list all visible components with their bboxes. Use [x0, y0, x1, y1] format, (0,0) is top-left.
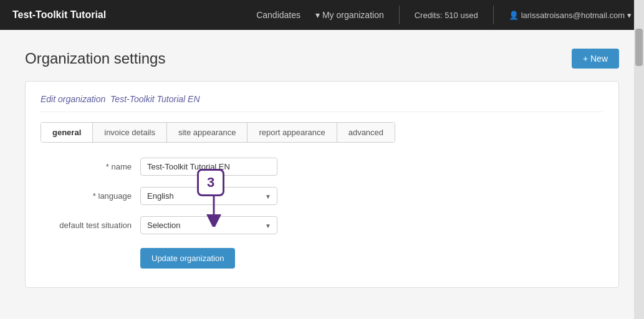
page-container: Organization settings + New 3 Edit organ… [0, 30, 644, 307]
edit-org-header: Edit organization Test-Toolkit Tutorial … [41, 94, 603, 112]
navbar-user[interactable]: 👤 larissatroisans@hotmail.com ▾ [509, 11, 632, 20]
page-header: Organization settings + New [25, 49, 619, 69]
new-button[interactable]: + New [572, 49, 619, 69]
tab-advanced[interactable]: advanced [337, 123, 395, 142]
tab-site-appearance[interactable]: site appearance [167, 123, 248, 142]
navbar-user-email: larissatroisans@hotmail.com [521, 11, 625, 20]
scrollbar[interactable] [634, 0, 644, 307]
navbar-user-chevron: ▾ [627, 11, 632, 20]
edit-organization-card: 3 Edit organization Test-Toolkit Tutoria… [25, 81, 619, 288]
default-test-label: default test situation [41, 221, 140, 230]
tab-general[interactable]: general [41, 123, 93, 142]
tab-report-appearance[interactable]: report appearance [248, 123, 337, 142]
org-name-link[interactable]: Test-Toolkit Tutorial EN [110, 94, 199, 104]
form-group-default-test: default test situation Selection Option … [41, 216, 603, 234]
user-icon: 👤 [509, 11, 519, 20]
step-number: 3 [207, 174, 214, 191]
navbar-links: Candidates ▾ My organization Credits: 51… [256, 6, 632, 24]
navbar: Test-Toolkit Tutorial Candidates ▾ My or… [0, 0, 644, 30]
step-bubble: 3 [197, 169, 224, 196]
tabs-container: general invoice details site appearance … [41, 122, 395, 143]
navbar-separator [399, 6, 400, 24]
name-label: * name [41, 162, 140, 171]
navbar-separator-2 [493, 6, 494, 24]
navbar-credits: Credits: 510 used [415, 11, 478, 20]
step-arrow [206, 196, 221, 229]
navbar-brand: Test-Toolkit Tutorial [12, 9, 238, 21]
language-label: * language [41, 191, 140, 201]
form-group-name: * name [41, 158, 603, 176]
tab-invoice-details[interactable]: invoice details [93, 123, 167, 142]
form-group-language: * language English Dutch French German [41, 187, 603, 205]
navbar-my-organization[interactable]: ▾ My organization [315, 10, 384, 20]
update-organization-button[interactable]: Update organization [140, 248, 235, 269]
scrollbar-thumb[interactable] [635, 29, 643, 66]
page-title: Organization settings [25, 50, 165, 67]
edit-org-label: Edit organization [41, 94, 105, 104]
navbar-candidates[interactable]: Candidates [256, 10, 300, 20]
